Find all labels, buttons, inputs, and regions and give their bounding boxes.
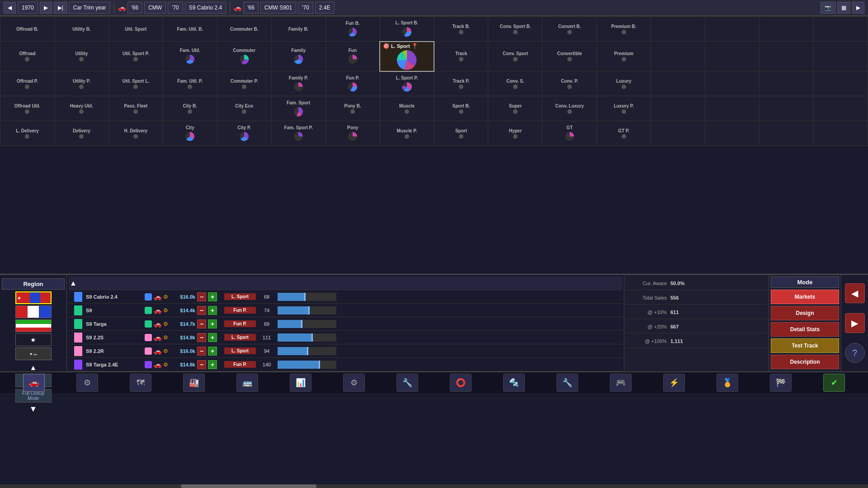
price-minus-3[interactable]: − — [197, 319, 206, 328]
test-track-btn[interactable]: Test Track — [771, 338, 839, 353]
table-row[interactable]: S9 2.2S 🚗 ⚙ $14.9k − + L. Sport 111 — [69, 331, 622, 344]
cell-conv-sport[interactable]: Conv. Sport — [488, 42, 542, 71]
price-plus-4[interactable]: + — [208, 333, 217, 342]
price-minus-2[interactable]: − — [197, 306, 206, 315]
description-btn[interactable]: Description — [771, 355, 839, 369]
cell-conv-p[interactable]: Conv. P. — [542, 71, 597, 96]
toolbar-suspension-btn[interactable]: ⚡ — [663, 374, 685, 392]
toolbar-brake-btn[interactable]: 🔧 — [557, 374, 578, 392]
cell-super[interactable]: Super — [488, 96, 542, 121]
toolbar-gear-btn[interactable]: ⚙ — [343, 374, 365, 392]
markets-btn[interactable]: Markets — [771, 290, 839, 304]
price-plus-3[interactable]: + — [208, 319, 217, 328]
cell-family-p[interactable]: Family P. — [271, 71, 326, 96]
toolbar-check-btn[interactable]: ✔ — [823, 374, 845, 392]
price-minus-5[interactable]: − — [197, 347, 206, 356]
cell-fam-sport-p[interactable]: Fam. Sport P. — [271, 121, 326, 146]
table-row[interactable]: S9 Targa 🚗 ⚙ $14.7k − + Fun P. 69 — [69, 317, 622, 331]
cell-conv-s[interactable]: Conv. S. — [488, 71, 542, 96]
price-plus-2[interactable]: + — [208, 306, 217, 315]
scroll-up-btn[interactable]: ▲ — [30, 364, 37, 372]
nav-forward-btn[interactable]: ▶ — [40, 2, 52, 14]
cell-util-sport-l[interactable]: Util. Sport L. — [108, 71, 163, 96]
cell-luxury-p[interactable]: Luxury P. — [597, 96, 651, 121]
cell-pony[interactable]: Pony — [326, 121, 380, 146]
help-btn[interactable]: ? — [845, 343, 865, 363]
cell-fam-sport[interactable]: Fam. Sport — [271, 96, 326, 121]
cell-premium[interactable]: Premium — [597, 42, 651, 71]
cell-offroad[interactable]: Offroad — [0, 42, 55, 71]
cell-conv-sport-b[interactable]: Conv. Sport B. — [488, 17, 542, 42]
toolbar-map-btn[interactable]: 🗺 — [130, 374, 151, 392]
cell-util-sport[interactable]: Util. Sport — [108, 17, 163, 42]
grid-btn[interactable]: ▦ — [837, 2, 850, 14]
cell-gt[interactable]: GT — [542, 121, 597, 146]
cell-track-p[interactable]: Track P. — [434, 71, 488, 96]
cell-sport-b[interactable]: Sport B. — [434, 96, 488, 121]
toolbar-tire-btn[interactable]: 🔩 — [503, 374, 525, 392]
cell-premium-b[interactable]: Premium B. — [597, 17, 651, 42]
cell-offroad-b[interactable]: Offroad B. — [0, 17, 55, 42]
toolbar-wrench-btn[interactable]: 🔧 — [396, 374, 418, 392]
cell-commuter[interactable]: Commuter — [217, 42, 271, 71]
cell-fam-util-p[interactable]: Fam. Util. P. — [163, 71, 217, 96]
nav-right-btn[interactable]: ▶ — [845, 313, 865, 333]
cell-pass-fleet[interactable]: Pass. Fleet — [108, 96, 163, 121]
nav-back-btn[interactable]: ◀ — [4, 2, 16, 14]
sort-up-icon[interactable]: ▲ — [69, 279, 78, 287]
flag-btn-1[interactable]: ★ — [15, 291, 52, 304]
cell-city-p[interactable]: City P. — [217, 121, 271, 146]
table-row[interactable]: S9 🚗 ⚙ $14.4k − + Fun P. 74 — [69, 304, 622, 317]
cell-track-b[interactable]: Track B. — [434, 17, 488, 42]
expand-btn[interactable]: ▶ — [852, 2, 864, 14]
cell-delivery[interactable]: Delivery — [54, 121, 108, 146]
cell-sport[interactable]: Sport — [434, 121, 488, 146]
table-row[interactable]: S9 2.2R 🚗 ⚙ $16.0k − + L. Sport 94 — [69, 344, 622, 358]
price-minus-1[interactable]: − — [197, 292, 206, 301]
price-plus-5[interactable]: + — [208, 347, 217, 356]
scroll-down-btn[interactable]: ▼ — [29, 404, 38, 414]
cell-lsport[interactable]: 🎯 L. Sport 📍 — [380, 42, 434, 71]
flag-btn-4[interactable]: ★ — [15, 333, 52, 346]
cell-convert-b[interactable]: Convert B. — [542, 17, 597, 42]
design-btn[interactable]: Design — [771, 306, 839, 320]
flag-btn-2[interactable] — [15, 305, 52, 318]
cell-fam-util-b[interactable]: Fam. Util. B. — [163, 17, 217, 42]
flag-btn-3[interactable] — [15, 319, 52, 332]
cell-commuter-b[interactable]: Commuter B. — [217, 17, 271, 42]
cell-utility-b[interactable]: Utility B. — [54, 17, 108, 42]
nav-end-btn[interactable]: ▶| — [54, 2, 67, 14]
toolbar-car-btn[interactable]: 🚗 — [23, 374, 45, 392]
cell-gt-p[interactable]: GT P. — [597, 121, 651, 146]
toolbar-transport-btn[interactable]: 🚌 — [236, 374, 258, 392]
price-minus-4[interactable]: − — [197, 333, 206, 342]
cell-hyper[interactable]: Hyper — [488, 121, 542, 146]
cell-muscle[interactable]: Muscle — [380, 96, 434, 121]
price-plus-6[interactable]: + — [208, 360, 217, 369]
toolbar-chart-btn[interactable]: 📊 — [290, 374, 311, 392]
toolbar-factory-btn[interactable]: 🏭 — [183, 374, 205, 392]
cell-offroad-util[interactable]: Offroad Util. — [0, 96, 55, 121]
toolbar-steering-btn[interactable]: 🎮 — [610, 374, 632, 392]
cell-fam-util[interactable]: Fam. Util. — [163, 42, 217, 71]
cell-luxury[interactable]: Luxury — [597, 71, 651, 96]
cell-commuter-p[interactable]: Commuter P. — [217, 71, 271, 96]
cell-family[interactable]: Family — [271, 42, 326, 71]
cell-city-eco[interactable]: City Eco — [217, 96, 271, 121]
price-plus-1[interactable]: + — [208, 292, 217, 301]
cell-util-sport-p[interactable]: Util. Sport P. — [108, 42, 163, 71]
toolbar-settings-btn[interactable]: ⚙ — [76, 374, 98, 392]
cell-pony-b[interactable]: Pony B. — [326, 96, 380, 121]
cell-l-delivery[interactable]: L. Delivery — [0, 121, 55, 146]
cell-utility[interactable]: Utility — [54, 42, 108, 71]
cell-muscle-p[interactable]: Muscle P. — [380, 121, 434, 146]
toolbar-circle-btn[interactable]: ⭕ — [450, 374, 472, 392]
cell-utility-p[interactable]: Utility P. — [54, 71, 108, 96]
nav-left-btn[interactable]: ◀ — [845, 283, 865, 303]
toolbar-flag-btn[interactable]: 🏁 — [770, 374, 792, 392]
detail-stats-btn[interactable]: Detail Stats — [771, 322, 839, 337]
cell-city[interactable]: City — [163, 121, 217, 146]
cell-family-b[interactable]: Family B. — [271, 17, 326, 42]
table-row[interactable]: S9 Cabrio 2.4 🚗 ⚙ $16.0k − + L. Sport 68 — [69, 290, 622, 304]
cell-lsport-b[interactable]: L. Sport B. — [380, 17, 434, 42]
